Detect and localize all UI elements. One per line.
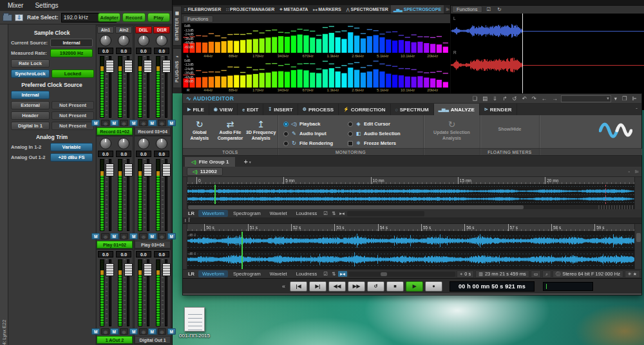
fader[interactable]	[97, 159, 115, 231]
fader-track[interactable]	[109, 56, 111, 118]
options-check-icon[interactable]: ☑	[322, 210, 329, 216]
functions-menu-button[interactable]: Functions	[183, 15, 213, 23]
new-file-icon[interactable]: ❏	[471, 95, 478, 102]
menu-settings[interactable]: Settings	[35, 2, 58, 9]
tab-spectroscope[interactable]: ▂▅▃SPECTROSCOPE	[391, 5, 444, 14]
adapter-button[interactable]: Adapter	[98, 13, 120, 22]
swap-channels-icon[interactable]: ⇅	[330, 271, 337, 277]
ribbon-tab-analyze[interactable]: ▂▅▃ANALYZE	[434, 104, 480, 115]
reset-icon[interactable]: ↻	[495, 6, 503, 13]
monitoring-freeze-meters[interactable]: ❄Freeze Meters	[348, 140, 425, 146]
3d-frequency-analysis-button[interactable]: ↥3D Frequency Analysis	[245, 118, 276, 141]
open-file-icon[interactable]: ▤	[481, 95, 489, 102]
gain-knob[interactable]	[100, 35, 111, 46]
fader-cap[interactable]	[124, 263, 133, 276]
file-group-tab[interactable]: ◁) File Group 1	[184, 156, 236, 167]
side-tab-plug-ins[interactable]: PLUG-INS ⌁	[173, 48, 182, 88]
fader[interactable]	[153, 56, 171, 118]
device-tab[interactable]: 4: Lynx E22	[0, 24, 8, 345]
fader[interactable]	[115, 259, 133, 326]
radio-playback[interactable]	[283, 122, 289, 127]
fader-cap[interactable]	[144, 60, 152, 73]
bus-label-digital-out-1[interactable]: Digital Out 1	[135, 336, 171, 344]
fader[interactable]	[115, 56, 133, 118]
swap-channels-icon[interactable]: ⇅	[330, 210, 337, 216]
mute-button[interactable]: M	[167, 328, 176, 335]
monitoring-audio-input[interactable]: ✎Audio Input	[283, 131, 348, 136]
overview-waveform[interactable]	[187, 185, 634, 204]
save-mixer-settings-icon[interactable]: ⇩	[15, 14, 23, 21]
ribbon-tab-edit[interactable]: eEDIT	[238, 104, 263, 115]
fader-track[interactable]	[165, 259, 167, 326]
fader-track[interactable]	[127, 56, 129, 118]
ribbon-tab-file[interactable]: ▶FILE	[183, 104, 209, 115]
marker-pair-icon[interactable]: ▸◂	[338, 210, 346, 216]
mute-button[interactable]: M	[110, 120, 118, 126]
tab-spectrometer[interactable]: ⋀SPECTROMETER	[344, 5, 391, 14]
go-end-button[interactable]: ▶|	[309, 281, 327, 292]
mute-button[interactable]: M	[148, 233, 156, 239]
fader-track[interactable]	[109, 159, 111, 231]
open-mixer-settings-icon[interactable]	[3, 14, 12, 21]
menu-mixer[interactable]: Mixer	[8, 2, 23, 9]
tab-projectmanager[interactable]: ∷PROJECTMANAGER	[223, 5, 277, 14]
panel-options-icon[interactable]: ⊫	[444, 7, 450, 12]
stereo-link-icon[interactable]: ◎	[120, 328, 128, 335]
fader-cap[interactable]	[162, 60, 171, 73]
radio-audio-input[interactable]	[283, 131, 289, 136]
go-start-button[interactable]: |◀	[290, 281, 307, 292]
synchrolock-button[interactable]: SynchroLock	[11, 70, 50, 78]
stereo-link-icon[interactable]: ◎	[101, 120, 109, 126]
rewind-button[interactable]: ◀◀	[328, 281, 346, 292]
pin-icon[interactable]: ▾	[613, 95, 618, 102]
snap-icon[interactable]: Ĩ	[189, 218, 190, 223]
desktop-file-icon[interactable]: 001-ПП-2015	[178, 307, 211, 339]
ribbon-tab-spectrum[interactable]: ◌SPECTRUM	[391, 104, 434, 115]
fader-cap[interactable]	[106, 163, 114, 176]
preset-dropdown[interactable]: ▾	[561, 95, 611, 102]
fader-cap[interactable]	[144, 263, 152, 276]
stereo-link-icon[interactable]: ◎	[101, 328, 109, 335]
mute-button[interactable]: M	[91, 233, 100, 239]
zoom-strip[interactable]	[598, 205, 634, 209]
panel-icon[interactable]: ⊫	[632, 169, 641, 174]
fader[interactable]	[135, 159, 153, 231]
collapse-transport-icon[interactable]: «	[279, 283, 288, 290]
tab-filebrowser[interactable]: ≡FILEBROWSER	[182, 5, 223, 14]
overview-scrollbar[interactable]	[187, 204, 634, 209]
mute-button[interactable]: M	[129, 120, 138, 126]
mute-button[interactable]: M	[91, 328, 100, 335]
bus-label-play-03-04[interactable]: Play 03+04	[135, 241, 171, 248]
fader[interactable]	[115, 159, 133, 231]
clock-source-internal-button[interactable]: Internal	[11, 91, 50, 99]
global-analysis-button[interactable]: ↻Global Analysis	[184, 118, 215, 141]
monitoring-edit-cursor[interactable]: ◈Edit Cursor	[348, 121, 425, 127]
forward-button[interactable]: ▶▶	[348, 281, 365, 292]
view-tab-waveform[interactable]: Waveform	[198, 210, 228, 217]
revert-icon[interactable]: ↱	[501, 95, 508, 102]
mute-button[interactable]: M	[110, 233, 118, 239]
functions-menu-button[interactable]: Functions	[452, 6, 482, 13]
fader-cap[interactable]	[124, 60, 133, 73]
view-tab-wavelet[interactable]: Wavelet	[266, 270, 291, 277]
mute-button[interactable]: M	[148, 328, 156, 335]
main-vertical-scrollbar[interactable]	[634, 232, 641, 269]
fader[interactable]	[153, 159, 171, 231]
fader-cap[interactable]	[124, 163, 133, 176]
record-button[interactable]: ●	[425, 281, 442, 292]
scrollbar-thumb[interactable]	[381, 272, 387, 276]
gain-knob[interactable]	[100, 138, 111, 149]
stereo-link-icon[interactable]: ◎	[120, 120, 128, 126]
rate-lock-button[interactable]: Rate Lock	[11, 59, 50, 68]
main-ruler[interactable]: 50 s51 s52 s53 s54 s55 s56 s57 s58 s59 s	[187, 224, 634, 232]
bus-label-play-01-02[interactable]: Play 01+02	[97, 241, 133, 248]
audio-file-comparator-button[interactable]: ⇄Audio File Comparator	[215, 118, 246, 141]
analog-in-1-2-value[interactable]: Variable	[50, 143, 93, 151]
stereo-link-icon[interactable]: ◎	[139, 328, 147, 335]
tab-metadata[interactable]: ⬥METADATA	[277, 5, 310, 14]
gain-knob[interactable]	[118, 138, 129, 149]
fader-track[interactable]	[165, 159, 167, 231]
radio-audio-selection[interactable]	[348, 131, 353, 136]
view-tab-loudness[interactable]: Loudness	[292, 270, 321, 277]
main-horizontal-scrollbar[interactable]	[348, 272, 456, 277]
